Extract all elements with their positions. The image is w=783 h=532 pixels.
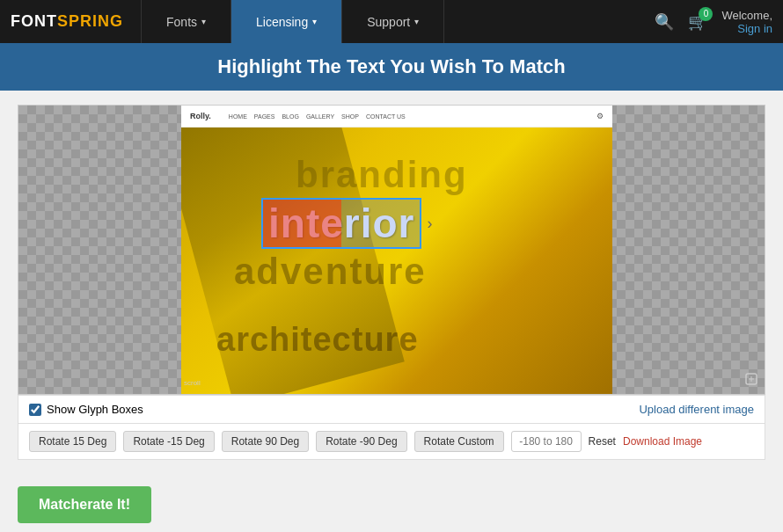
- logo-spring: SPRING: [57, 12, 123, 30]
- upload-different-image-link[interactable]: Upload different image: [639, 403, 754, 416]
- nav-support[interactable]: Support ▾: [342, 0, 444, 43]
- rotate-custom-input[interactable]: [511, 431, 582, 452]
- cart-wrapper[interactable]: 🛒 0: [688, 12, 707, 32]
- image-bottom-left-label: scroll: [184, 379, 201, 387]
- controls-left: Show Glyph Boxes: [29, 403, 143, 416]
- website-nav-gallery: GALLERY: [306, 113, 334, 120]
- website-navbar: Rolly. HOME PAGES BLOG GALLERY SHOP CONT…: [181, 106, 612, 128]
- matcherate-button[interactable]: Matcherate It!: [18, 486, 151, 523]
- rotate-neg90-button[interactable]: Rotate -90 Deg: [316, 431, 406, 452]
- matcherate-section: Matcherate It!: [0, 474, 783, 532]
- website-hero: branding interior › adventure architectu…: [181, 128, 612, 394]
- website-nav-pages: PAGES: [254, 113, 275, 120]
- interior-text: interior: [263, 199, 420, 248]
- navbar: FONTSPRING Fonts ▾ Licensing ▾ Support ▾…: [0, 0, 783, 43]
- website-nav-links: HOME PAGES BLOG GALLERY SHOP CONTACT US: [229, 113, 406, 120]
- rotate-custom-button[interactable]: Rotate Custom: [414, 431, 504, 452]
- website-overlay: Rolly. HOME PAGES BLOG GALLERY SHOP CONT…: [181, 106, 612, 394]
- reset-button[interactable]: Reset: [589, 435, 616, 448]
- image-bottom-right-icon: [745, 373, 757, 387]
- signin-label: Sign in: [721, 22, 772, 35]
- interior-selection-box[interactable]: interior: [263, 200, 420, 247]
- hero-text-branding: branding: [296, 154, 468, 196]
- search-icon[interactable]: 🔍: [655, 12, 674, 32]
- hero-text-interior-wrapper: interior ›: [263, 200, 432, 247]
- download-image-link[interactable]: Download Image: [623, 435, 702, 448]
- website-nav-icon: ⚙: [596, 112, 604, 120]
- show-glyph-checkbox[interactable]: [29, 404, 41, 416]
- welcome-signin[interactable]: Welcome, Sign in: [721, 9, 772, 35]
- image-container[interactable]: Rolly. HOME PAGES BLOG GALLERY SHOP CONT…: [18, 105, 765, 395]
- website-nav-shop: SHOP: [341, 113, 359, 120]
- rotate-15-button[interactable]: Rotate 15 Deg: [29, 431, 116, 452]
- chevron-down-icon: ▾: [312, 17, 317, 26]
- chevron-down-icon: ▾: [201, 17, 206, 26]
- nav-right: 🔍 🛒 0 Welcome, Sign in: [655, 9, 772, 35]
- chevron-right-icon[interactable]: ›: [427, 215, 432, 233]
- chevron-down-icon: ▾: [414, 17, 419, 26]
- nav-links: Fonts ▾ Licensing ▾ Support ▾: [141, 0, 655, 43]
- rotate-neg15-button[interactable]: Rotate -15 Deg: [123, 431, 214, 452]
- controls-bar: Show Glyph Boxes Upload different image: [18, 395, 765, 424]
- website-logo: Rolly.: [190, 112, 211, 120]
- welcome-label: Welcome,: [721, 9, 772, 22]
- nav-licensing[interactable]: Licensing ▾: [231, 0, 342, 43]
- logo-font: FONT: [11, 12, 57, 30]
- show-glyph-label[interactable]: Show Glyph Boxes: [29, 403, 143, 416]
- rotate-90-button[interactable]: Rotate 90 Deg: [222, 431, 309, 452]
- page-title: Highlight The Text You Wish To Match: [217, 55, 565, 77]
- page-header: Highlight The Text You Wish To Match: [0, 43, 783, 91]
- website-nav-home: HOME: [229, 113, 247, 120]
- cart-badge: 0: [699, 7, 713, 21]
- hero-text-architecture: architecture: [216, 321, 419, 359]
- nav-fonts[interactable]: Fonts ▾: [141, 0, 231, 43]
- hero-text-adventure: adventure: [234, 251, 427, 293]
- show-glyph-text: Show Glyph Boxes: [47, 403, 143, 416]
- main-content: Rolly. HOME PAGES BLOG GALLERY SHOP CONT…: [0, 91, 783, 474]
- website-nav-contact: CONTACT US: [366, 113, 406, 120]
- site-logo[interactable]: FONTSPRING: [11, 12, 123, 31]
- rotate-bar: Rotate 15 Deg Rotate -15 Deg Rotate 90 D…: [18, 424, 765, 460]
- website-nav-blog: BLOG: [282, 113, 298, 120]
